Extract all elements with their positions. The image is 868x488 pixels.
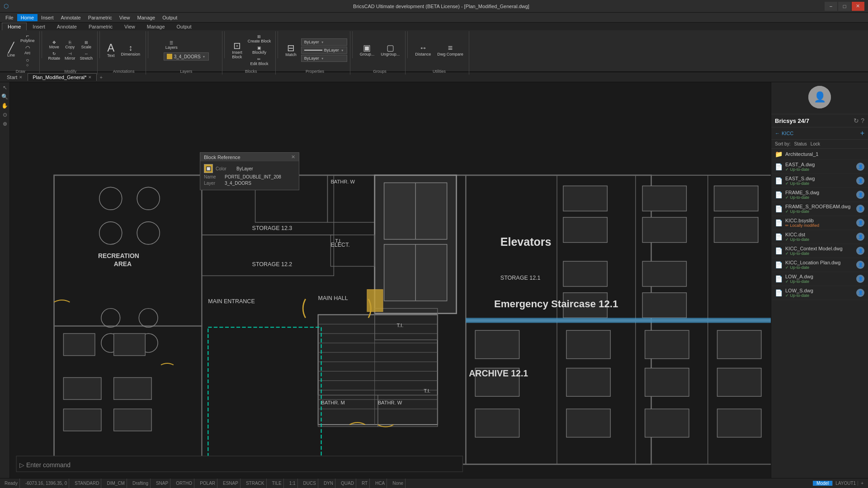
ribbon-btn-group[interactable]: ▣ Group... <box>357 43 377 57</box>
ribbon-btn-polyline[interactable]: ⌐ Polyline <box>19 32 37 44</box>
ribbon-btn-arc[interactable]: ◠ Arc <box>19 44 37 56</box>
menu-parametric[interactable]: Parametric <box>85 14 116 21</box>
doc-tab-plan-close[interactable]: ✕ <box>88 75 92 80</box>
status-rt[interactable]: RT <box>360 479 370 488</box>
file-item-1[interactable]: 📄EAST_S.dwg✓ Up-to-date👤 <box>771 174 868 188</box>
status-dyn[interactable]: DYN <box>322 479 335 488</box>
file-item-4[interactable]: 📄KICC.bsyslib✏ Locally modified👤 <box>771 216 868 230</box>
status-dim-cm[interactable]: DIM_CM <box>105 479 127 488</box>
ribbon-btn-copy[interactable]: ⎘ Copy <box>63 39 77 50</box>
folder-architectural[interactable]: 📁 Architectural_1 <box>771 149 868 160</box>
sort-status[interactable]: Status <box>794 141 807 146</box>
close-button[interactable]: ✕ <box>852 2 864 11</box>
ribbon-btn-scale[interactable]: ⊞ Scale <box>78 39 95 50</box>
file-item-5[interactable]: 📄KICC.dst✓ Up-to-date👤 <box>771 230 868 244</box>
dwg-compare-icon: ≡ <box>448 44 453 52</box>
file-item-8[interactable]: 📄LOW_A.dwg✓ Up-to-date👤 <box>771 272 868 286</box>
ribbon-btn-move[interactable]: ✥ Move <box>47 39 62 50</box>
status-ortho[interactable]: ORTHO <box>174 479 194 488</box>
layer-dropdown[interactable]: 3_4_DOORS ▼ <box>164 52 209 61</box>
ribbon-btn-blockify[interactable]: ▣ Blockify <box>246 45 273 56</box>
ribbon-tab-manage[interactable]: Manage <box>141 23 171 30</box>
ribbon-btn-dwg-compare[interactable]: ≡ Dwg Compare <box>434 43 466 57</box>
status-tile[interactable]: TILE <box>270 479 284 488</box>
model-tab[interactable]: Model <box>813 481 833 486</box>
bylayer-color-dropdown[interactable]: ByLayer ▼ <box>301 38 347 46</box>
panel-help-icon[interactable]: ? <box>861 117 864 124</box>
ribbon-btn-line[interactable]: ╱ Line <box>5 42 18 58</box>
add-layout-button[interactable]: + <box>859 481 865 486</box>
doc-tab-start[interactable]: Start ✕ <box>2 73 28 81</box>
layout1-tab[interactable]: LAYOUT1 <box>834 481 858 486</box>
lt-snap[interactable]: ⊕ <box>0 119 9 128</box>
ribbon-btn-rotate[interactable]: ↻ Rotate <box>47 51 62 61</box>
file-item-3[interactable]: 📄FRAME_S_ROOFBEAM.dwg✓ Up-to-date👤 <box>771 202 868 216</box>
ribbon-btn-text[interactable]: A Text <box>104 42 118 59</box>
minimize-button[interactable]: − <box>825 2 837 11</box>
ribbon-tab-view[interactable]: View <box>118 23 141 30</box>
ribbon-tab-insert[interactable]: Insert <box>27 23 51 30</box>
file-status-label: ✓ Up-to-date <box>785 209 854 214</box>
menu-annotate[interactable]: Annotate <box>57 14 85 21</box>
status-ducs[interactable]: DUCS <box>302 479 318 488</box>
status-quad[interactable]: QUAD <box>339 479 356 488</box>
add-tab-button[interactable]: + <box>97 75 105 80</box>
ready-label: Ready <box>5 481 18 486</box>
svg-rect-54 <box>642 261 686 286</box>
ribbon-btn-mirror[interactable]: ⊣ Mirror <box>63 51 77 61</box>
file-item-2[interactable]: 📄FRAME_S.dwg✓ Up-to-date👤 <box>771 188 868 202</box>
ribbon-btn-ungroup[interactable]: ▢ Ungroup... <box>378 43 402 57</box>
doc-tab-start-close[interactable]: ✕ <box>19 75 23 80</box>
add-item-button[interactable]: + <box>860 129 864 137</box>
menu-view[interactable]: View <box>116 14 134 21</box>
popup-close-button[interactable]: ✕ <box>291 154 295 160</box>
ribbon-btn-create-block[interactable]: ⊞ Create Block <box>246 33 273 44</box>
lt-zoom[interactable]: 🔍 <box>0 92 9 101</box>
canvas-area[interactable]: W ✕ RECREATION AREA STORAGE 12.3 STORAGE… <box>10 82 771 478</box>
ribbon-tab-annotate[interactable]: Annotate <box>51 23 83 30</box>
file-item-9[interactable]: 📄LOW_S.dwg✓ Up-to-date👤 <box>771 286 868 300</box>
svg-text:T.I.: T.I. <box>396 323 403 328</box>
lt-orbit[interactable]: ⊙ <box>0 110 9 119</box>
menu-manage[interactable]: Manage <box>133 14 159 21</box>
insert-block-icon: ⊡ <box>233 41 241 50</box>
status-standard[interactable]: STANDARD <box>73 479 101 488</box>
ribbon-btn-dimension[interactable]: ↕ Dimension <box>118 43 143 57</box>
ribbon-btn-match[interactable]: ⊟ Match <box>283 42 299 58</box>
file-item-6[interactable]: 📄KICC_Context Model.dwg✓ Up-to-date👤 <box>771 244 868 258</box>
lt-select[interactable]: ↖ <box>0 83 9 92</box>
lt-pan[interactable]: ✋ <box>0 101 9 110</box>
ribbon-tab-parametric[interactable]: Parametric <box>83 23 118 30</box>
maximize-button[interactable]: □ <box>838 2 851 11</box>
doc-tab-plan[interactable]: Plan_Modified_General* ✕ <box>28 73 97 81</box>
back-button[interactable]: ← KICC + <box>771 127 868 140</box>
status-strack[interactable]: STRACK <box>244 479 267 488</box>
ribbon-btn-edit-block[interactable]: ✏ Edit Block <box>246 56 273 67</box>
status-none[interactable]: None <box>391 479 406 488</box>
svg-text:STORAGE 12.3: STORAGE 12.3 <box>252 225 292 231</box>
ribbon-btn-stretch[interactable]: ↔ Stretch <box>78 51 95 61</box>
bylayer-lineweight-dropdown[interactable]: ByLayer ▼ <box>301 55 347 62</box>
status-scale[interactable]: 1:1 <box>288 479 298 488</box>
sort-lock[interactable]: Lock <box>811 141 820 146</box>
ribbon-tab-home[interactable]: Home <box>2 23 27 30</box>
file-item-0[interactable]: 📄EAST_A.dwg✓ Up-to-date👤 <box>771 160 868 174</box>
ribbon-tab-output[interactable]: Output <box>171 23 198 30</box>
svg-text:▷ Enter command: ▷ Enter command <box>19 461 71 469</box>
panel-refresh-icon[interactable]: ↻ <box>854 117 859 124</box>
status-hca[interactable]: HCA <box>373 479 387 488</box>
file-item-7[interactable]: 📄KICC_Location Plan.dwg✓ Up-to-date👤 <box>771 258 868 272</box>
menu-insert[interactable]: Insert <box>38 14 57 21</box>
menu-home[interactable]: Home <box>17 14 38 21</box>
bylayer-linetype-dropdown[interactable]: ByLayer ▼ <box>301 47 347 54</box>
menu-file[interactable]: File <box>2 14 17 21</box>
ribbon-btn-layers[interactable]: ☰ Layers <box>164 40 179 51</box>
status-snap[interactable]: SNAP <box>154 479 170 488</box>
status-polar[interactable]: POLAR <box>198 479 217 488</box>
ribbon-btn-distance[interactable]: ↔ Distance <box>412 43 434 57</box>
ribbon-btn-insert-block[interactable]: ⊡ InsertBlock <box>229 40 245 60</box>
status-drafting[interactable]: Drafting <box>131 479 151 488</box>
status-esnap[interactable]: ESNAP <box>221 479 241 488</box>
ribbon-btn-circle[interactable]: ○ ○ <box>19 56 37 68</box>
menu-output[interactable]: Output <box>159 14 181 21</box>
